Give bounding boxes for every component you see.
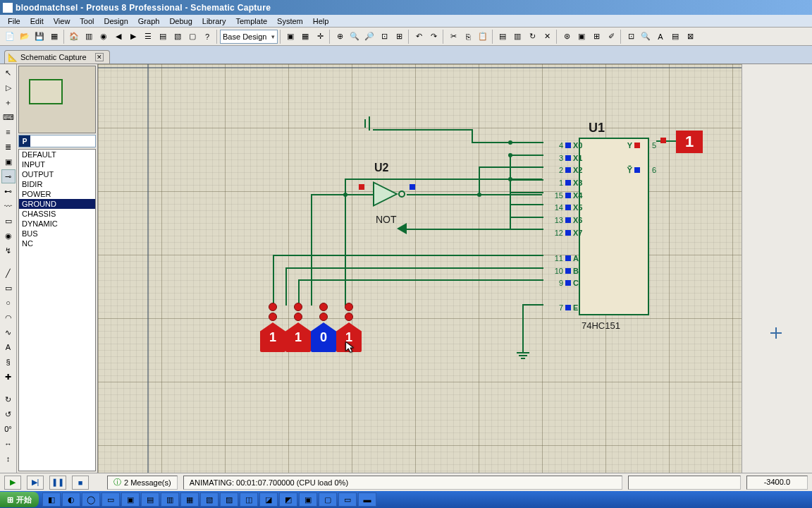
new-button[interactable]: 📄: [3, 30, 17, 44]
bom-button[interactable]: ▤: [156, 30, 170, 44]
design-explorer-button[interactable]: ▥: [82, 30, 96, 44]
zoom-in-button[interactable]: 🔍: [347, 30, 362, 44]
sheet-button[interactable]: ▣: [283, 30, 297, 44]
box-mode-button[interactable]: ▭: [1, 281, 16, 295]
angle-button[interactable]: 0°: [1, 422, 16, 436]
menu-graph[interactable]: Graph: [133, 16, 165, 26]
block-move-button[interactable]: ▥: [510, 30, 524, 44]
taskbar-item[interactable]: ◯: [82, 492, 100, 507]
step-button[interactable]: ▶|: [27, 476, 44, 490]
list-item[interactable]: CHASSIS: [19, 209, 95, 219]
taskbar-item[interactable]: ◧: [42, 492, 61, 507]
redo-button[interactable]: ↷: [426, 30, 441, 44]
taskbar-item[interactable]: ▨: [220, 492, 238, 507]
probe-mode-button[interactable]: ↯: [1, 243, 16, 258]
wire-autoroute-button[interactable]: ⊡: [624, 30, 638, 44]
subcircuit-mode-button[interactable]: ▣: [1, 155, 16, 169]
block-copy-button[interactable]: ▤: [496, 30, 510, 44]
taskbar-item[interactable]: ▣: [121, 492, 140, 507]
menu-debug[interactable]: Debug: [164, 16, 197, 26]
bus-mode-button[interactable]: ≣: [1, 140, 16, 154]
tape-mode-button[interactable]: ▭: [1, 214, 16, 228]
taskbar-item[interactable]: ◫: [240, 492, 258, 507]
menu-tool[interactable]: Tool: [75, 16, 99, 26]
pick-button[interactable]: ⊛: [560, 30, 574, 44]
logicstate-input-1[interactable]: 1: [285, 303, 311, 359]
taskbar-item[interactable]: ◩: [279, 492, 297, 507]
junction-mode-button[interactable]: ＋: [1, 95, 16, 109]
mirror-v-button[interactable]: ↕: [1, 452, 16, 466]
picker-p-button[interactable]: P: [19, 135, 30, 147]
grid-button[interactable]: ▦: [298, 30, 312, 44]
design-selector[interactable]: Base Design: [220, 30, 278, 44]
message-count[interactable]: ⓘ 2 Message(s): [107, 476, 178, 490]
decompose-button[interactable]: ✐: [604, 30, 618, 44]
close-button[interactable]: ▦: [47, 30, 61, 44]
menu-view[interactable]: View: [49, 16, 75, 26]
chip-button[interactable]: ◉: [97, 30, 111, 44]
taskbar-item[interactable]: ◐: [62, 492, 80, 507]
property-button[interactable]: A: [653, 30, 668, 44]
logicstate-input-2[interactable]: 0: [311, 303, 336, 359]
netlist-to-ares-button[interactable]: ⊠: [683, 30, 697, 44]
make-device-button[interactable]: ▣: [574, 30, 589, 44]
logicstate-input-3[interactable]: 1: [336, 303, 362, 359]
list-item[interactable]: BIDIR: [19, 179, 95, 189]
menu-design[interactable]: Design: [99, 16, 133, 26]
undo-button[interactable]: ↶: [412, 30, 426, 44]
list-item[interactable]: DEFAULT: [19, 150, 95, 159]
zoom-all-button[interactable]: ⊡: [377, 30, 391, 44]
copy-button[interactable]: ⎘: [461, 30, 475, 44]
taskbar-item[interactable]: ▤: [141, 492, 159, 507]
rotate-ccw-button[interactable]: ↺: [1, 407, 16, 421]
pin-mode-button[interactable]: ⊷: [1, 184, 16, 198]
taskbar-item[interactable]: ▢: [319, 492, 337, 507]
menu-system[interactable]: System: [272, 16, 308, 26]
symbol-mode-button[interactable]: §: [1, 355, 16, 369]
paste-button[interactable]: 📋: [476, 30, 490, 44]
marker-mode-button[interactable]: ✚: [1, 370, 16, 384]
graph-mode-button[interactable]: 〰: [1, 199, 16, 213]
package-button[interactable]: ⊞: [589, 30, 603, 44]
menu-template[interactable]: Template: [230, 16, 272, 26]
list-item[interactable]: OUTPUT: [19, 169, 95, 179]
cut-button[interactable]: ✂: [446, 30, 460, 44]
script-mode-button[interactable]: ≡: [1, 125, 16, 139]
taskbar-item[interactable]: ▭: [338, 492, 357, 507]
search-button[interactable]: 🔍: [639, 30, 653, 44]
rotate-cw-button[interactable]: ↻: [1, 392, 16, 406]
logicprobe-output[interactable]: 1: [676, 131, 703, 153]
terminal-list[interactable]: DEFAULT INPUT OUTPUT BIDIR POWER GROUND …: [18, 149, 96, 471]
taskbar-item[interactable]: ▧: [200, 492, 219, 507]
line-mode-button[interactable]: ╱: [1, 266, 16, 280]
list-item[interactable]: NC: [19, 238, 95, 248]
generate-netlist-button[interactable]: ▤: [668, 30, 682, 44]
block-rotate-button[interactable]: ↻: [525, 30, 539, 44]
list-item[interactable]: BUS: [19, 229, 95, 238]
taskbar-item[interactable]: ▥: [161, 492, 179, 507]
help-button[interactable]: ?: [200, 30, 214, 44]
chip-74hc151[interactable]: U1 74HC151 4X0 3X1 2X2 1X3 15X4 14X5 13X…: [543, 128, 656, 332]
component-mode-button[interactable]: ▷: [1, 80, 16, 95]
list-item[interactable]: DYNAMIC: [19, 219, 95, 229]
zoom-out-button[interactable]: 🔎: [362, 30, 376, 44]
generator-mode-button[interactable]: ◉: [1, 229, 16, 243]
tab-schematic-capture[interactable]: 📐 Schematic Capture ✕: [4, 50, 110, 64]
list-item[interactable]: POWER: [19, 189, 95, 199]
logicstate-input-0[interactable]: 1: [260, 303, 285, 359]
pause-button[interactable]: ❚❚: [49, 476, 66, 490]
open-button[interactable]: 📂: [18, 30, 32, 44]
tab-close-button[interactable]: ✕: [95, 53, 104, 61]
save-button[interactable]: 💾: [32, 30, 47, 44]
next-button[interactable]: ▶: [126, 30, 140, 44]
arc-mode-button[interactable]: ◠: [1, 310, 16, 325]
list-item-selected[interactable]: GROUND: [19, 199, 95, 209]
play-button[interactable]: ▶: [4, 476, 21, 490]
overview[interactable]: [18, 66, 96, 133]
path-mode-button[interactable]: ∿: [1, 325, 16, 339]
taskbar-item[interactable]: ▣: [299, 492, 317, 507]
mirror-h-button[interactable]: ↔: [1, 437, 16, 451]
erc-button[interactable]: ▧: [171, 30, 185, 44]
wirelabel-mode-button[interactable]: ⌨: [1, 110, 16, 124]
stop-button[interactable]: ■: [72, 476, 89, 490]
